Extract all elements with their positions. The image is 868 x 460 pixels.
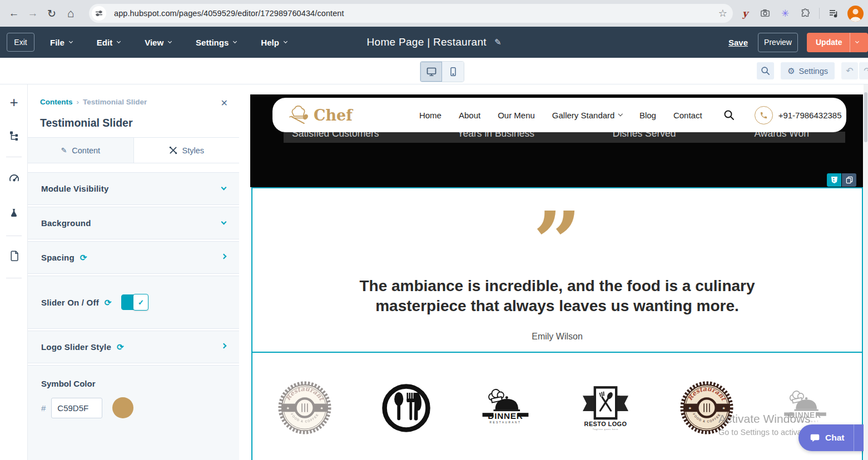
close-icon[interactable]: ✕ bbox=[221, 99, 228, 108]
css-shield-icon bbox=[831, 176, 838, 184]
chevron-right-icon bbox=[221, 254, 227, 259]
divider bbox=[6, 157, 22, 157]
site-header: Chef Home About Our Menu Gallery Standar… bbox=[272, 98, 846, 132]
nav-about[interactable]: About bbox=[459, 111, 480, 120]
site-info-icon[interactable] bbox=[92, 6, 106, 21]
section-slider-on-off: Slider On / Off ⟳ ✓ bbox=[28, 276, 239, 329]
extension-asterisk-icon[interactable]: ✳ bbox=[779, 7, 791, 19]
scrollbar-thumb[interactable] bbox=[864, 92, 867, 142]
module-settings-panel: Contents › Testimonial Slider ✕ Testimon… bbox=[28, 84, 239, 460]
stat-label: Satisfied Customers bbox=[292, 132, 379, 143]
testimonial-author: Emily Wilson bbox=[252, 332, 862, 342]
gear-icon: ⚙ bbox=[787, 67, 795, 75]
divider bbox=[6, 236, 22, 236]
logo-restaurant-badge-faded: ★ ★ Restaurant FOOD & COFFEE bbox=[277, 381, 332, 435]
site-search-icon[interactable] bbox=[723, 109, 735, 121]
browser-forward-icon[interactable]: → bbox=[23, 4, 42, 23]
pencil-icon: ✎ bbox=[61, 146, 67, 154]
testimonial-quote: The ambiance is incredible, and the food… bbox=[326, 276, 788, 316]
reset-icon[interactable]: ⟳ bbox=[80, 253, 87, 262]
divider bbox=[819, 8, 820, 19]
chat-bubble-icon bbox=[810, 433, 820, 443]
browser-back-icon[interactable]: ← bbox=[4, 4, 23, 23]
chat-widget[interactable]: Chat Help bbox=[798, 424, 868, 451]
symbol-color-input[interactable] bbox=[51, 398, 102, 418]
tab-styles[interactable]: Styles bbox=[134, 138, 240, 163]
stat-label: Years in Business bbox=[457, 132, 534, 143]
preview-button[interactable]: Preview bbox=[758, 33, 798, 52]
save-button[interactable]: Save bbox=[728, 38, 748, 47]
editor-icon-rail: + bbox=[0, 84, 28, 460]
chevron-right-icon bbox=[221, 343, 227, 349]
editor-top-bar: Exit File Edit View Settings Help Home P… bbox=[0, 27, 868, 58]
section-background[interactable]: Background bbox=[28, 207, 239, 239]
nav-our-menu[interactable]: Our Menu bbox=[498, 111, 535, 120]
edit-title-pencil-icon[interactable]: ✎ bbox=[494, 37, 502, 47]
breadcrumb-contents-link[interactable]: Contents bbox=[40, 98, 73, 107]
preview-scrollbar[interactable] bbox=[864, 84, 868, 460]
page-icon[interactable] bbox=[0, 250, 28, 262]
svg-text:RESTO LOGO: RESTO LOGO bbox=[584, 421, 627, 427]
editor-toolbar: ⚙ Settings ↶ ↷ bbox=[0, 58, 868, 84]
mobile-view-button[interactable] bbox=[442, 62, 464, 82]
svg-text:★: ★ bbox=[320, 406, 323, 410]
browser-home-icon[interactable]: ⌂ bbox=[61, 4, 80, 23]
color-swatch[interactable] bbox=[112, 397, 133, 418]
phone-icon bbox=[755, 106, 773, 124]
page-preview-canvas: Chef Home About Our Menu Gallery Standar… bbox=[239, 84, 868, 460]
camera-extension-icon[interactable] bbox=[759, 7, 771, 19]
extension-icon[interactable]: y bbox=[739, 7, 751, 19]
nav-home[interactable]: Home bbox=[419, 111, 442, 120]
extensions-puzzle-icon[interactable] bbox=[799, 7, 811, 19]
svg-text:★: ★ bbox=[688, 406, 692, 410]
divider bbox=[854, 424, 854, 451]
browser-chrome: ← → ↻ ⌂ app.hubspot.com/pages/4059529/ed… bbox=[0, 0, 868, 27]
reset-icon[interactable]: ⟳ bbox=[117, 343, 124, 351]
logo-cutlery-circle bbox=[380, 382, 433, 434]
settings-button[interactable]: ⚙ Settings bbox=[781, 62, 835, 79]
site-logo[interactable]: Chef bbox=[286, 103, 353, 127]
bookmark-star-icon[interactable]: ☆ bbox=[718, 7, 727, 19]
svg-text:RESTAURANT: RESTAURANT bbox=[490, 421, 522, 424]
section-symbol-color: Symbol Color # bbox=[28, 365, 239, 460]
clone-module-button[interactable] bbox=[842, 173, 856, 187]
add-module-icon[interactable]: + bbox=[0, 97, 28, 108]
tab-content[interactable]: ✎ Content bbox=[28, 138, 134, 163]
nav-contact[interactable]: Contact bbox=[673, 111, 702, 120]
desktop-view-button[interactable] bbox=[420, 62, 442, 82]
url-bar[interactable]: app.hubspot.com/pages/4059529/editor/172… bbox=[89, 4, 733, 23]
slider-on-off-toggle[interactable]: ✓ bbox=[121, 294, 148, 310]
svg-text:★: ★ bbox=[286, 406, 290, 410]
section-logo-slider-style[interactable]: Logo Slider Style ⟳ bbox=[28, 331, 239, 363]
update-button[interactable]: Update bbox=[807, 33, 868, 52]
chevron-down-icon bbox=[618, 112, 623, 116]
search-icon bbox=[761, 66, 770, 76]
copy-icon bbox=[846, 176, 853, 184]
flask-icon[interactable] bbox=[0, 208, 28, 219]
panel-title: Testimonial Slider bbox=[40, 116, 239, 130]
stat-label: Awards Won bbox=[754, 132, 809, 143]
nav-gallery-standard[interactable]: Gallery Standard bbox=[552, 111, 622, 120]
search-button[interactable] bbox=[757, 62, 774, 79]
phone-contact[interactable]: +91-7986432385 bbox=[755, 106, 842, 124]
undo-button[interactable]: ↶ bbox=[841, 62, 858, 79]
chevron-down-icon bbox=[221, 219, 227, 225]
redo-button[interactable]: ↷ bbox=[859, 62, 868, 79]
hero-stats-section: Chef Home About Our Menu Gallery Standar… bbox=[250, 94, 863, 187]
divider bbox=[6, 278, 22, 278]
sitemap-icon[interactable] bbox=[0, 130, 28, 141]
browser-reload-icon[interactable]: ↻ bbox=[42, 4, 61, 23]
playlist-icon[interactable] bbox=[827, 7, 840, 19]
gauge-icon[interactable] bbox=[0, 172, 28, 184]
reset-icon[interactable]: ⟳ bbox=[105, 298, 112, 307]
nav-blog[interactable]: Blog bbox=[639, 111, 656, 120]
quote-icon: ” bbox=[252, 211, 862, 273]
browser-profile-avatar[interactable] bbox=[847, 6, 864, 22]
section-module-visibility[interactable]: Module Visibility bbox=[28, 172, 239, 205]
edit-css-module-button[interactable] bbox=[827, 173, 841, 187]
logo-resto: RESTO LOGO Tagline goes here bbox=[579, 381, 632, 434]
svg-text:Tagline goes here: Tagline goes here bbox=[593, 428, 618, 431]
section-spacing[interactable]: Spacing ⟳ bbox=[28, 241, 239, 274]
svg-text:★: ★ bbox=[722, 406, 726, 410]
site-nav: Home About Our Menu Gallery Standard Blo… bbox=[419, 111, 702, 120]
